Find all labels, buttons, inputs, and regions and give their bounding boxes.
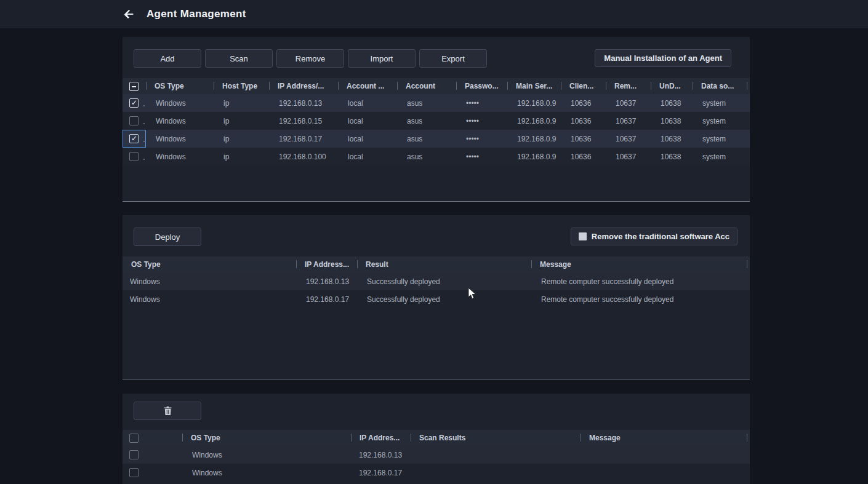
cell-scan-results <box>411 446 581 464</box>
trash-icon <box>163 406 172 416</box>
cell-os-type: Windows <box>182 446 351 464</box>
cell-account: asus <box>397 112 456 130</box>
cell-data-source: system <box>693 112 750 130</box>
cell-os-type: Windows <box>146 94 214 112</box>
row-checkbox[interactable] <box>129 98 139 108</box>
scan-select-all-checkbox[interactable] <box>129 434 139 443</box>
delete-button[interactable] <box>134 402 201 420</box>
deploy-row[interactable]: Windows 192.168.0.13 Successfully deploy… <box>123 272 750 290</box>
scan-row[interactable]: Windows 192.168.0.13 <box>123 446 750 464</box>
cell-scan-results <box>411 464 581 482</box>
cell-account: asus <box>397 130 456 148</box>
deploy-button[interactable]: Deploy <box>134 228 201 246</box>
deploy-row[interactable]: Windows 192.168.0.17 Successfully deploy… <box>123 290 750 308</box>
row-checkbox[interactable] <box>129 450 139 459</box>
cell-account: asus <box>397 148 456 165</box>
cell-account-type: local <box>338 130 397 148</box>
cell-main-server: 192.168.0.9 <box>507 94 561 112</box>
back-button[interactable] <box>121 6 137 22</box>
cell-password: ••••• <box>456 130 507 148</box>
cell-rem-port: 10637 <box>606 130 651 148</box>
cell-ip: 192.168.0.13 <box>351 446 411 464</box>
agent-table-header: OS Type Host Type IP Address/... Account… <box>123 78 750 94</box>
cell-und-port: 10638 <box>651 130 693 148</box>
cell-message <box>581 446 750 464</box>
col-password: Passwo... <box>456 78 507 94</box>
cell-und-port: 10638 <box>651 112 693 130</box>
cell-result: Successfully deployed <box>357 290 531 308</box>
remove-traditional-label: Remove the traditional software Acc <box>592 232 729 241</box>
cell-message: Remote computer successfully deployed <box>531 272 750 290</box>
col-os-type: OS Type <box>182 430 351 446</box>
deploy-panel: Deploy Remove the traditional software A… <box>123 215 750 379</box>
cell-os-type: Windows <box>182 464 351 482</box>
cell-ip: 192.168.0.17 <box>269 130 338 148</box>
cell-host-type: ip <box>214 94 269 112</box>
scan-row[interactable]: Windows 192.168.0.17 <box>123 464 750 482</box>
agent-list-panel: Add Scan Remove Import Export Manual Ins… <box>123 37 750 202</box>
cell-os-type: Windows <box>146 148 214 165</box>
agent-row[interactable]: Windows ip 192.168.0.15 local asus •••••… <box>123 112 750 130</box>
scan-panel: OS Type IP Addres... Scan Results Messag… <box>123 394 750 484</box>
top-bar: Agent Management <box>0 0 868 28</box>
remove-traditional-toggle[interactable]: Remove the traditional software Acc <box>571 228 737 245</box>
cell-main-server: 192.168.0.9 <box>507 112 561 130</box>
cell-result: Successfully deployed <box>357 272 531 290</box>
cell-password: ••••• <box>456 112 507 130</box>
cell-und-port: 10638 <box>651 148 693 165</box>
cell-client-port: 10636 <box>561 112 606 130</box>
col-os-type: OS Type <box>123 256 296 272</box>
row-checkbox[interactable] <box>129 152 139 161</box>
cell-data-source: system <box>693 148 750 165</box>
scan-table-header: OS Type IP Addres... Scan Results Messag… <box>123 430 750 446</box>
cell-os-type: Windows <box>146 130 214 148</box>
agent-toolbar: Add Scan Remove Import Export <box>134 49 487 68</box>
row-checkbox[interactable] <box>129 116 139 125</box>
cell-ip: 192.168.0.13 <box>296 272 357 290</box>
col-host-type: Host Type <box>214 78 269 94</box>
row-checkbox[interactable] <box>129 134 139 143</box>
cell-ip: 192.168.0.17 <box>351 464 411 482</box>
remove-button[interactable]: Remove <box>276 49 344 68</box>
deploy-table-header: OS Type IP Address... Result Message <box>123 256 750 272</box>
cell-message <box>581 464 750 482</box>
select-all-checkbox[interactable] <box>129 82 139 91</box>
cell-host-type: ip <box>214 112 269 130</box>
agent-table: OS Type Host Type IP Address/... Account… <box>123 78 750 165</box>
col-message: Message <box>581 430 750 446</box>
import-button[interactable]: Import <box>348 49 416 68</box>
cell-host-type: ip <box>214 130 269 148</box>
agent-row[interactable]: Windows ip 192.168.0.13 local asus •••••… <box>123 94 750 112</box>
cell-rem-port: 10637 <box>606 112 651 130</box>
col-ip-address: IP Addres... <box>351 430 411 446</box>
cell-os-type: Windows <box>123 290 296 308</box>
col-scan-results: Scan Results <box>411 430 581 446</box>
col-main-server: Main Ser... <box>507 78 561 94</box>
remove-traditional-checkbox[interactable] <box>579 232 587 240</box>
cell-rem-port: 10637 <box>606 148 651 165</box>
row-checkbox[interactable] <box>129 468 139 477</box>
cell-account-type: local <box>338 148 397 165</box>
agent-row[interactable]: Windows ip 192.168.0.17 local asus •••••… <box>123 130 750 148</box>
agent-row[interactable]: Windows ip 192.168.0.100 local asus ••••… <box>123 148 750 165</box>
col-data-source: Data so... <box>693 78 750 94</box>
cell-data-source: system <box>693 130 750 148</box>
col-und: UnD... <box>651 78 693 94</box>
cell-data-source: system <box>693 94 750 112</box>
cell-account-type: local <box>338 94 397 112</box>
col-client: Clien... <box>561 78 606 94</box>
cell-ip: 192.168.0.15 <box>269 112 338 130</box>
cell-und-port: 10638 <box>651 94 693 112</box>
cell-account: asus <box>397 94 456 112</box>
export-button[interactable]: Export <box>419 49 487 68</box>
col-result: Result <box>357 256 531 272</box>
cell-message: Remote computer successfully deployed <box>531 290 750 308</box>
add-button[interactable]: Add <box>134 49 201 68</box>
manual-install-button[interactable]: Manual Installation of an Agent <box>595 49 731 67</box>
cell-account-type: local <box>338 112 397 130</box>
scan-button[interactable]: Scan <box>205 49 273 68</box>
col-ip-address: IP Address/... <box>269 78 338 94</box>
col-account: Account <box>397 78 456 94</box>
cell-host-type: ip <box>214 148 269 165</box>
cell-client-port: 10636 <box>561 94 606 112</box>
